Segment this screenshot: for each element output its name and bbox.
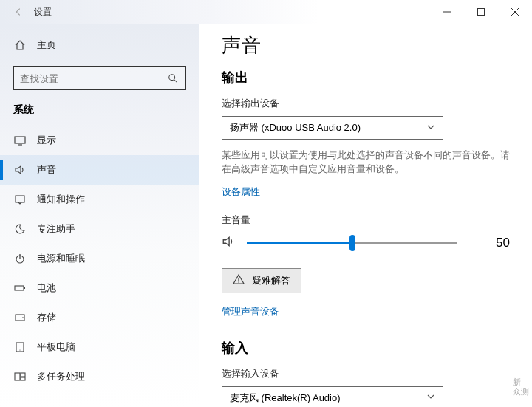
sidebar-item-label: 专注助手 [37, 222, 75, 236]
search-icon [166, 73, 180, 83]
warning-icon [233, 273, 245, 287]
maximize-button[interactable] [464, 0, 498, 24]
sidebar: 主页 系统 显示 声音 通知和操作 专注助手 [0, 24, 200, 407]
sidebar-item-label: 存储 [37, 311, 56, 324]
sidebar-item-label: 多任务处理 [37, 370, 85, 383]
svg-point-2 [169, 75, 175, 81]
svg-rect-17 [21, 377, 25, 380]
sidebar-item-label: 通知和操作 [37, 193, 85, 206]
sidebar-item-label: 声音 [37, 163, 56, 177]
svg-line-3 [174, 80, 177, 83]
close-button[interactable] [498, 0, 532, 24]
chevron-down-icon [426, 392, 435, 403]
sidebar-home-label: 主页 [37, 38, 56, 52]
sidebar-item-display[interactable]: 显示 [0, 126, 200, 155]
sidebar-item-label: 电源和睡眠 [37, 252, 85, 265]
tablet-icon [13, 341, 27, 354]
sidebar-item-label: 电池 [37, 281, 56, 295]
output-device-dropdown[interactable]: 扬声器 (xDuoo USB Audio 2.0) [222, 116, 443, 140]
svg-rect-9 [15, 286, 24, 290]
search-input-wrap[interactable] [13, 66, 186, 90]
sidebar-item-power[interactable]: 电源和睡眠 [0, 244, 200, 273]
sidebar-item-label: 显示 [37, 134, 56, 147]
svg-rect-1 [478, 9, 485, 16]
moon-icon [13, 222, 27, 236]
svg-rect-15 [15, 373, 20, 380]
back-button[interactable] [9, 2, 28, 21]
output-device-value: 扬声器 (xDuoo USB Audio 2.0) [230, 121, 361, 134]
master-volume-label: 主音量 [222, 213, 510, 227]
sidebar-item-battery[interactable]: 电池 [0, 273, 200, 303]
speaker-icon [13, 163, 27, 177]
sidebar-item-label: 平板电脑 [37, 341, 75, 354]
sidebar-item-sound[interactable]: 声音 [0, 155, 200, 185]
battery-icon [13, 281, 27, 295]
multitask-icon [13, 370, 27, 383]
troubleshoot-button[interactable]: 疑难解答 [222, 268, 301, 293]
page-title: 声音 [222, 33, 510, 58]
svg-rect-4 [15, 137, 25, 143]
sidebar-home[interactable]: 主页 [0, 31, 200, 59]
output-device-label: 选择输出设备 [222, 97, 510, 110]
chevron-down-icon [426, 123, 435, 134]
device-properties-link[interactable]: 设备属性 [222, 185, 260, 199]
volume-icon[interactable] [222, 235, 235, 251]
notifications-icon [13, 193, 27, 206]
power-icon [13, 252, 27, 265]
svg-point-14 [19, 349, 20, 350]
home-icon [13, 38, 27, 52]
minimize-button[interactable] [430, 0, 464, 24]
svg-rect-10 [24, 287, 25, 289]
troubleshoot-label: 疑难解答 [252, 274, 290, 287]
input-device-value: 麦克风 (Realtek(R) Audio) [230, 391, 341, 405]
svg-rect-6 [16, 196, 24, 202]
sidebar-item-tablet[interactable]: 平板电脑 [0, 332, 200, 362]
output-hint: 某些应用可以设置为使用与此处选择的声音设备不同的声音设备。请在高级声音选项中自定… [222, 148, 510, 177]
manage-devices-link[interactable]: 管理声音设备 [222, 305, 279, 318]
svg-rect-16 [21, 373, 25, 377]
input-device-dropdown[interactable]: 麦克风 (Realtek(R) Audio) [222, 386, 443, 408]
window-title: 设置 [34, 6, 52, 18]
display-icon [13, 134, 27, 147]
sidebar-item-storage[interactable]: 存储 [0, 303, 200, 332]
input-device-label: 选择输入设备 [222, 367, 510, 380]
volume-slider[interactable] [247, 234, 457, 252]
sidebar-item-notifications[interactable]: 通知和操作 [0, 185, 200, 214]
sidebar-item-multitasking[interactable]: 多任务处理 [0, 362, 200, 391]
search-input[interactable] [20, 73, 166, 84]
svg-point-12 [22, 317, 24, 318]
output-section-title: 输出 [222, 69, 510, 86]
main-content: 声音 输出 选择输出设备 扬声器 (xDuoo USB Audio 2.0) 某… [200, 24, 532, 407]
sidebar-section-label: 系统 [0, 90, 200, 121]
titlebar: 设置 [0, 0, 532, 24]
input-section-title: 输入 [222, 339, 510, 357]
volume-value: 50 [496, 236, 510, 250]
svg-point-19 [238, 281, 239, 282]
storage-icon [13, 311, 27, 324]
sidebar-item-focus-assist[interactable]: 专注助手 [0, 214, 200, 244]
